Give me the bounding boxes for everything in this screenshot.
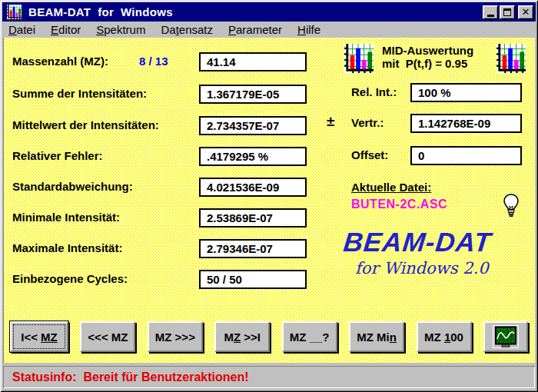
mid-auswertung-text: MID-Auswertungmit P(t,f) = 0.95	[382, 44, 497, 70]
min-int-field[interactable]: 2.53869E-07	[199, 208, 307, 228]
aktuelle-datei-label: Aktuelle Datei:	[351, 181, 431, 194]
offset-label: Offset:	[351, 148, 388, 161]
app-bar-chart-icon	[6, 4, 22, 20]
plus-minus-sign: ±	[327, 113, 334, 130]
offset-field[interactable]: 0	[410, 146, 522, 165]
minimize-button[interactable]	[483, 5, 498, 19]
mz-100-button[interactable]: MZ 100	[417, 321, 472, 352]
rel-fehler-label: Relativer Fehler:	[12, 149, 103, 162]
stdabw-label: Standardabweichung:	[12, 180, 133, 193]
cycles-label: Einbezogene Cycles:	[12, 272, 128, 285]
current-file-name: BUTEN-2C.ASC	[351, 198, 447, 211]
max-int-field[interactable]: 2.79346E-07	[199, 239, 307, 258]
mz-button-row: I<< MZ <<< MZ MZ >>> MZ >>I MZ __? MZ Mi…	[10, 321, 528, 355]
menu-editor[interactable]: Editor	[51, 23, 81, 36]
stdabw-field[interactable]: 4.021536E-09	[199, 178, 307, 197]
maximize-button[interactable]	[500, 5, 515, 19]
menu-spektrum[interactable]: Spektrum	[96, 23, 145, 36]
title-bar: BEAM-DAT for Windows ✕	[2, 2, 536, 22]
mz-forward-button[interactable]: MZ >>>	[148, 321, 203, 352]
rel-fehler-field[interactable]: .4179295 %	[199, 147, 307, 166]
mittelwert-field[interactable]: 2.734357E-07	[199, 116, 307, 135]
status-bar: Statusinfo: Bereit für Benutzeraktionen!	[3, 366, 535, 388]
menu-hilfe[interactable]: Hilfe	[297, 23, 320, 36]
menu-parameter[interactable]: Parameter	[228, 23, 282, 36]
mz-min-button[interactable]: MZ Min	[349, 321, 404, 352]
logo-subtitle: for Windows 2.0	[355, 259, 489, 277]
mz-back-button[interactable]: <<< MZ	[80, 321, 135, 352]
show-graph-button[interactable]	[483, 321, 528, 352]
mid-bar-chart-icon-left	[344, 44, 374, 73]
rel-int-field[interactable]: 100 %	[410, 83, 522, 102]
oscilloscope-icon	[493, 325, 519, 348]
massenzahl-label: Massenzahl (MZ):	[12, 55, 108, 68]
massenzahl-field[interactable]: 41.14	[199, 52, 307, 71]
max-int-label: Maximale Intensität:	[12, 241, 122, 254]
min-int-label: Minimale Intensität:	[12, 211, 120, 224]
mittelwert-label: Mittelwert der Intensitäten:	[12, 118, 159, 131]
vertr-field[interactable]: 1.142768E-09	[410, 114, 522, 133]
window-title: BEAM-DAT for Windows	[28, 5, 481, 18]
lightbulb-icon	[502, 193, 520, 219]
vertr-label: Vertr.:	[351, 116, 384, 129]
cycles-field[interactable]: 50 / 50	[199, 270, 307, 289]
close-button[interactable]: ✕	[518, 5, 533, 19]
rel-int-label: Rel. Int.:	[351, 85, 397, 98]
mz-query-button[interactable]: MZ __?	[282, 321, 337, 352]
massenzahl-counter: 8 / 13	[139, 55, 168, 68]
menu-bar: Datei Editor Spektrum Datensatz Paramete…	[2, 22, 536, 38]
status-text: Statusinfo: Bereit für Benutzeraktionen!	[12, 370, 249, 384]
menu-datensatz[interactable]: Datensatz	[161, 23, 213, 36]
app-window: BEAM-DAT for Windows ✕ Datei Editor Spek…	[0, 0, 538, 392]
main-panel: Massenzahl (MZ): 8 / 13 41.14 Summe der …	[3, 38, 535, 363]
mid-bar-chart-icon-right	[496, 44, 526, 73]
beam-dat-logo: BEAM-DAT	[342, 227, 493, 257]
summe-field[interactable]: 1.367179E-05	[199, 85, 307, 104]
close-icon: ✕	[522, 7, 530, 17]
maximize-icon	[503, 8, 511, 16]
mz-last-button[interactable]: MZ >>I	[214, 321, 270, 352]
mz-first-button[interactable]: I<< MZ	[10, 321, 68, 352]
menu-datei[interactable]: Datei	[8, 23, 35, 36]
minimize-icon	[487, 15, 494, 17]
summe-label: Summe der Intensitäten:	[12, 87, 147, 100]
